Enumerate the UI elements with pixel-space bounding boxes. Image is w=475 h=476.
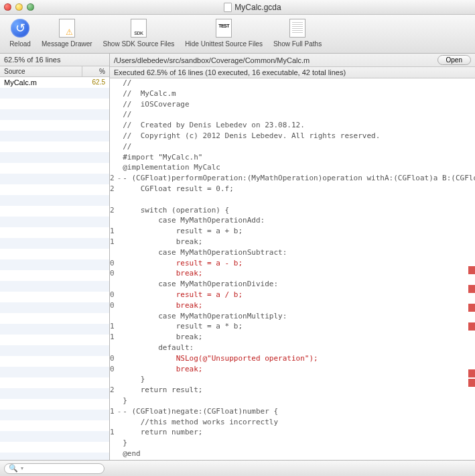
- source-text: break;: [121, 333, 475, 343]
- list-item: [0, 302, 109, 313]
- code-line: 0 break;: [110, 301, 475, 312]
- hit-count: [110, 89, 117, 100]
- source-text: }: [121, 375, 475, 385]
- list-item: [0, 88, 109, 99]
- message-drawer-label: Message Drawer: [42, 40, 92, 48]
- source-text: break;: [121, 365, 475, 375]
- fold-gutter: [117, 333, 122, 343]
- list-item: [0, 141, 109, 152]
- fold-gutter: [117, 100, 122, 111]
- fold-gutter: [117, 354, 122, 365]
- hit-count: 1: [110, 333, 117, 343]
- open-button[interactable]: Open: [437, 55, 471, 65]
- fold-gutter[interactable]: -: [117, 174, 122, 184]
- fold-gutter: [117, 227, 122, 237]
- list-item: [0, 174, 109, 184]
- search-input[interactable]: 🔍 ▾: [4, 463, 105, 474]
- fold-gutter: [117, 312, 122, 322]
- fold-gutter[interactable]: -: [117, 407, 122, 418]
- code-view[interactable]: //// MyCalc.m// iOSCoverage//// Created …: [110, 78, 475, 460]
- dropdown-icon: ▾: [21, 465, 23, 471]
- hit-count: 1: [110, 322, 117, 333]
- source-text: result = a * b;: [121, 322, 475, 333]
- fold-gutter: [117, 216, 122, 227]
- source-text: break;: [121, 269, 475, 280]
- code-line: case MyMathOperationAdd:: [110, 216, 475, 227]
- zoom-icon[interactable]: [27, 3, 34, 11]
- col-percent[interactable]: %: [82, 66, 109, 76]
- list-item: [0, 152, 109, 163]
- list-item: [0, 410, 109, 420]
- list-item: [0, 238, 109, 249]
- uncovered-flag: [468, 304, 475, 312]
- source-text: - (CGFloat)performOperation:(MyMathOpera…: [121, 174, 475, 184]
- source-text: default:: [121, 343, 475, 354]
- source-text: CGFloat result = 0.f;: [121, 184, 475, 195]
- toolbar: Reload Message Drawer Show SDK Source Fi…: [0, 15, 475, 54]
- fold-gutter: [117, 259, 122, 270]
- minimize-icon[interactable]: [15, 3, 23, 11]
- uncovered-flag: [468, 379, 475, 387]
- hit-count: 2: [110, 184, 117, 195]
- reload-icon: [11, 19, 29, 38]
- hit-count: 1: [110, 407, 117, 418]
- coverage-summary: 62.5% of 16 lines: [0, 54, 109, 66]
- source-text: result = a / b;: [121, 290, 475, 301]
- list-item: [0, 313, 109, 324]
- list-item: [0, 324, 109, 335]
- title-text: MyCalc.gcda: [234, 3, 281, 12]
- hide-unit-label: Hide Unittest Source Files: [185, 40, 263, 48]
- lines-icon: [289, 19, 306, 38]
- hit-count: 1: [110, 237, 117, 248]
- list-item: [0, 227, 109, 238]
- stats-bar: Executed 62.5% of 16 lines (10 executed,…: [110, 67, 475, 78]
- file-name: MyCalc.m: [0, 77, 82, 88]
- close-icon[interactable]: [4, 3, 11, 11]
- source-text: @end: [121, 449, 475, 460]
- list-item: [0, 453, 109, 460]
- hide-unittest-button[interactable]: Hide Unittest Source Files: [180, 17, 268, 52]
- uncovered-flag: [468, 369, 475, 377]
- fold-gutter: [117, 184, 122, 195]
- show-sdk-button[interactable]: Show SDK Source Files: [98, 17, 180, 52]
- source-text: #import "MyCalc.h": [121, 153, 475, 164]
- hit-count: [110, 100, 117, 111]
- list-item[interactable]: MyCalc.m62.5: [0, 77, 109, 88]
- code-line: }: [110, 396, 475, 407]
- list-item: [0, 377, 109, 388]
- list-item: [0, 431, 109, 442]
- list-item: [0, 335, 109, 345]
- hit-count: [110, 153, 117, 164]
- reload-label: Reload: [9, 40, 31, 48]
- window-controls: [4, 3, 34, 11]
- code-line: 2 CGFloat result = 0.f;: [110, 184, 475, 195]
- code-line: 1 result = a + b;: [110, 227, 475, 237]
- message-drawer-button[interactable]: Message Drawer: [36, 17, 98, 52]
- source-text: break;: [121, 237, 475, 248]
- reload-button[interactable]: Reload: [4, 17, 36, 52]
- col-source[interactable]: Source: [0, 66, 82, 76]
- code-line: }: [110, 375, 475, 385]
- hit-count: 1: [110, 428, 117, 438]
- list-item: [0, 195, 109, 206]
- test-icon: [216, 19, 232, 38]
- hit-count: [110, 78, 117, 89]
- list-item: [0, 109, 109, 120]
- hit-count: [110, 248, 117, 259]
- hit-count: [110, 418, 117, 428]
- code-line: case MyMathOperationMultiply:: [110, 312, 475, 322]
- fold-gutter: [117, 449, 122, 460]
- source-text: return result;: [121, 385, 475, 396]
- code-line: // iOSCoverage: [110, 100, 475, 111]
- hit-count: 0: [110, 259, 117, 270]
- code-line: // Copyright (c) 2012 Denis Lebedev. All…: [110, 131, 475, 142]
- source-text: //: [121, 110, 475, 121]
- fold-gutter: [117, 428, 122, 438]
- code-line: // Created by Denis Lebedev on 23.08.12.: [110, 121, 475, 131]
- show-full-paths-button[interactable]: Show Full Paths: [268, 17, 327, 52]
- file-pct: 62.5: [82, 77, 109, 88]
- code-line: //this method works incorrectly: [110, 418, 475, 428]
- content-area: 62.5% of 16 lines Source % MyCalc.m62.5 …: [0, 54, 475, 460]
- source-text: @implementation MyCalc: [121, 163, 475, 174]
- hit-count: 2: [110, 385, 117, 396]
